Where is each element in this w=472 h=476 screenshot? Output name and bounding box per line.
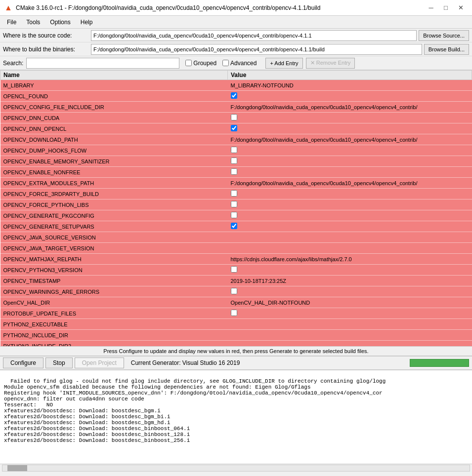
menu-file[interactable]: File	[2, 18, 21, 27]
config-checkbox-unchecked[interactable]	[231, 158, 237, 164]
search-row: Search: Grouped Advanced + Add Entry ✕ R…	[0, 56, 472, 70]
app-icon: ▲	[4, 3, 13, 12]
cell-value: https://cdnjs.cloudflare.com/ajax/libs/m…	[228, 254, 472, 265]
cell-value[interactable]	[228, 113, 472, 123]
source-label: Where is the source code:	[3, 32, 91, 39]
browse-source-button[interactable]: Browse Source...	[419, 30, 469, 41]
generator-text: Current Generator: Visual Studio 16 2019	[131, 359, 240, 366]
table-row[interactable]: OPENCV_PYTHON3_VERSION	[0, 265, 472, 276]
table-row[interactable]: OPENCV_TIMESTAMP2019-10-18T17:23:25Z	[0, 276, 472, 286]
menu-options[interactable]: Options	[45, 18, 75, 27]
remove-entry-button[interactable]: ✕ Remove Entry	[306, 58, 355, 69]
grouped-label[interactable]: Grouped	[185, 60, 216, 67]
advanced-label[interactable]: Advanced	[222, 60, 257, 67]
cell-value	[228, 243, 472, 254]
table-row[interactable]: OPENCV_CONFIG_FILE_INCLUDE_DIRF:/dongdon…	[0, 102, 472, 113]
stop-button[interactable]: Stop	[45, 357, 73, 368]
config-checkbox-unchecked[interactable]	[231, 212, 237, 218]
cell-name: OPENCV_JAVA_SOURCE_VERSION	[0, 232, 228, 243]
config-checkbox-unchecked[interactable]	[231, 168, 237, 175]
cell-value[interactable]	[228, 265, 472, 276]
table-row[interactable]: OPENCL_FOUND	[0, 91, 472, 102]
table-row[interactable]: OPENCV_JAVA_TARGET_VERSION	[0, 243, 472, 254]
config-checkbox-unchecked[interactable]	[231, 288, 237, 294]
table-row[interactable]: OPENCV_JAVA_SOURCE_VERSION	[0, 232, 472, 243]
advanced-checkbox[interactable]	[222, 60, 229, 66]
cell-value[interactable]	[228, 221, 472, 232]
config-checkbox-checked[interactable]	[231, 92, 237, 99]
cell-value[interactable]	[228, 286, 472, 297]
cell-value: F:/dongdong/0tool/navidia_cuda_opencv/0c…	[228, 102, 472, 113]
cell-name: OPENCV_GENERATE_PKGCONFIG	[0, 210, 228, 221]
config-checkbox-unchecked[interactable]	[231, 266, 237, 273]
cell-name: PYTHON2_INCLUDE_DIR2	[0, 341, 228, 347]
table-body: M_LIBRARYM_LIBRARY-NOTFOUNDOPENCL_FOUNDO…	[0, 80, 472, 347]
cell-value[interactable]	[228, 308, 472, 319]
cell-value: F:/dongdong/0tool/navidia_cuda_opencv/0c…	[228, 178, 472, 189]
col-name-header: Name	[0, 71, 228, 80]
cell-name: OPENCL_FOUND	[0, 91, 228, 102]
menu-help[interactable]: Help	[76, 18, 98, 27]
minimize-button[interactable]: ─	[424, 0, 438, 16]
table-row[interactable]: OPENCV_DUMP_HOOKS_FLOW	[0, 145, 472, 156]
cell-name: OPENCV_JAVA_TARGET_VERSION	[0, 243, 228, 254]
cell-value[interactable]	[228, 145, 472, 156]
cell-value[interactable]	[228, 210, 472, 221]
table-row[interactable]: OPENCV_MATHJAX_RELPATHhttps://cdnjs.clou…	[0, 254, 472, 265]
maximize-button[interactable]: □	[438, 0, 453, 16]
table-row[interactable]: OPENCV_DNN_OPENCL	[0, 123, 472, 134]
cell-name: OPENCV_PYTHON3_VERSION	[0, 265, 228, 276]
configure-button[interactable]: Configure	[3, 357, 43, 368]
table-row[interactable]: OPENCV_EXTRA_MODULES_PATHF:/dongdong/0to…	[0, 178, 472, 189]
browse-build-button[interactable]: Browse Build...	[424, 44, 469, 55]
menu-tools[interactable]: Tools	[21, 18, 45, 27]
cell-value	[228, 232, 472, 243]
cell-value[interactable]	[228, 167, 472, 178]
config-checkbox-unchecked[interactable]	[231, 190, 237, 197]
grouped-group: Grouped Advanced	[185, 60, 262, 67]
config-checkbox-unchecked[interactable]	[231, 147, 237, 153]
table-row[interactable]: PYTHON2_INCLUDE_DIR2	[0, 341, 472, 347]
add-entry-button[interactable]: + Add Entry	[265, 58, 302, 69]
table-row[interactable]: M_LIBRARYM_LIBRARY-NOTFOUND	[0, 80, 472, 91]
table-row[interactable]: PROTOBUF_UPDATE_FILES	[0, 308, 472, 319]
table-row[interactable]: OPENCV_ENABLE_MEMORY_SANITIZER	[0, 156, 472, 167]
cell-value[interactable]	[228, 189, 472, 199]
cell-value: 2019-10-18T17:23:25Z	[228, 276, 472, 286]
source-row: Where is the source code: Browse Source.…	[0, 29, 472, 42]
cell-value[interactable]	[228, 91, 472, 102]
h-scroll-track[interactable]	[2, 465, 470, 472]
table-row[interactable]: PYTHON2_INCLUDE_DIR	[0, 330, 472, 341]
table-row[interactable]: OPENCV_GENERATE_SETUPVARS	[0, 221, 472, 232]
open-project-button[interactable]: Open Project	[75, 357, 124, 368]
table-row[interactable]: OPENCV_GENERATE_PKGCONFIG	[0, 210, 472, 221]
h-scroll-thumb[interactable]	[7, 465, 27, 471]
table-row[interactable]: OPENCV_DOWNLOAD_PATHF:/dongdong/0tool/na…	[0, 134, 472, 145]
config-checkbox-unchecked[interactable]	[231, 201, 237, 207]
grouped-checkbox[interactable]	[185, 60, 192, 66]
config-table-container: Name Value M_LIBRARYM_LIBRARY-NOTFOUNDOP…	[0, 70, 472, 347]
cell-value[interactable]	[228, 199, 472, 210]
table-row[interactable]: OPENCV_DNN_CUDA	[0, 113, 472, 123]
log-area[interactable]: Failed to find glog - could not find glo…	[0, 370, 472, 464]
table-row[interactable]: OPENCV_FORCE_3RDPARTY_BUILD	[0, 189, 472, 199]
cell-name: OPENCV_DNN_OPENCL	[0, 123, 228, 134]
table-row[interactable]: OPENCV_ENABLE_NONFREE	[0, 167, 472, 178]
config-checkbox-checked[interactable]	[231, 223, 237, 229]
table-row[interactable]: OPENCV_WARNINGS_ARE_ERRORS	[0, 286, 472, 297]
config-checkbox-unchecked[interactable]	[231, 114, 237, 120]
table-row[interactable]: OPENCV_FORCE_PYTHON_LIBS	[0, 199, 472, 210]
close-button[interactable]: ✕	[453, 0, 468, 16]
config-checkbox-unchecked[interactable]	[231, 310, 237, 316]
cell-value	[228, 319, 472, 330]
config-checkbox-checked[interactable]	[231, 125, 237, 131]
source-input[interactable]	[91, 30, 417, 41]
table-row[interactable]: PYTHON2_EXECUTABLE	[0, 319, 472, 330]
cell-value[interactable]	[228, 156, 472, 167]
search-input[interactable]	[26, 58, 179, 69]
cell-name: OPENCV_DUMP_HOOKS_FLOW	[0, 145, 228, 156]
cell-name: OPENCV_MATHJAX_RELPATH	[0, 254, 228, 265]
table-row[interactable]: OpenCV_HAL_DIROpenCV_HAL_DIR-NOTFOUND	[0, 297, 472, 308]
cell-value[interactable]	[228, 123, 472, 134]
build-input[interactable]	[91, 44, 422, 55]
